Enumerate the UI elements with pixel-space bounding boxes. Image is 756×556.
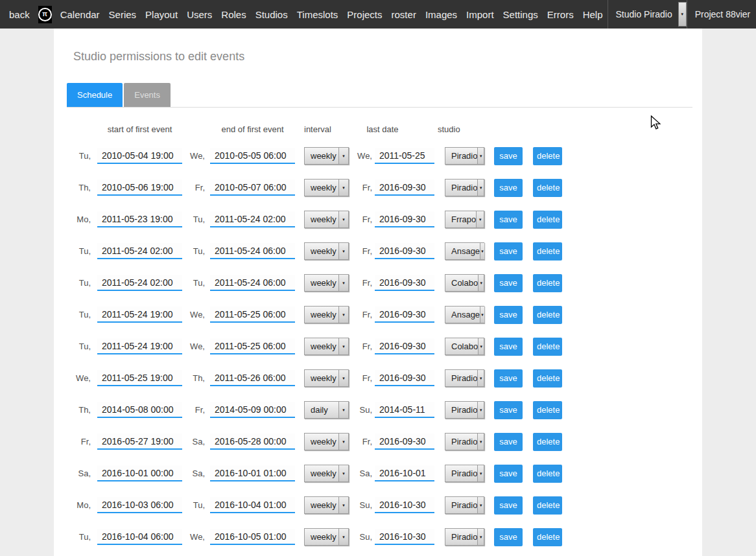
interval-select[interactable]: weekly ▼ (304, 496, 349, 514)
last-date-input[interactable] (375, 243, 434, 259)
interval-select[interactable]: weekly ▼ (304, 211, 349, 228)
end-datetime-input[interactable] (210, 338, 295, 354)
studio-select[interactable]: Piradio ▼ (445, 147, 484, 165)
nav-item-images[interactable]: Images (425, 9, 457, 20)
end-datetime-input[interactable] (210, 497, 295, 513)
chevron-down-icon[interactable]: ▼ (477, 148, 484, 164)
chevron-down-icon[interactable]: ▼ (480, 307, 484, 323)
start-datetime-input[interactable] (97, 211, 182, 227)
studio-select[interactable]: Colabo ▼ (445, 274, 484, 292)
start-datetime-input[interactable] (97, 497, 182, 513)
chevron-down-icon[interactable]: ▼ (338, 243, 348, 259)
end-datetime-input[interactable] (210, 148, 295, 164)
start-datetime-input[interactable] (97, 180, 182, 196)
delete-button[interactable]: delete (533, 211, 562, 229)
delete-button[interactable]: delete (533, 338, 562, 356)
end-datetime-input[interactable] (210, 307, 295, 323)
start-datetime-input[interactable] (97, 402, 182, 418)
chevron-down-icon[interactable]: ▼ (338, 211, 348, 227)
nav-item-calendar[interactable]: Calendar (60, 9, 100, 20)
nav-item-series[interactable]: Series (109, 9, 137, 20)
start-datetime-input[interactable] (97, 338, 182, 354)
delete-button[interactable]: delete (533, 242, 562, 261)
chevron-down-icon[interactable]: ▼ (338, 370, 348, 386)
delete-button[interactable]: delete (533, 496, 562, 515)
last-date-input[interactable] (375, 275, 434, 291)
delete-button[interactable]: delete (533, 369, 562, 388)
chevron-down-icon[interactable]: ▼ (338, 307, 348, 323)
end-datetime-input[interactable] (210, 434, 295, 450)
chevron-down-icon[interactable]: ▼ (338, 497, 348, 513)
chevron-down-icon[interactable]: ▼ (478, 338, 484, 354)
interval-select[interactable]: weekly ▼ (304, 433, 349, 450)
tab-schedule[interactable]: Schedule (67, 83, 123, 107)
chevron-down-icon[interactable]: ▼ (477, 180, 484, 196)
last-date-input[interactable] (375, 370, 434, 386)
chevron-down-icon[interactable]: ▼ (678, 2, 687, 27)
start-datetime-input[interactable] (97, 275, 182, 291)
chevron-down-icon[interactable]: ▼ (477, 434, 484, 450)
interval-select[interactable]: weekly ▼ (304, 338, 349, 355)
nav-item-errors[interactable]: Errors (547, 9, 574, 20)
start-datetime-input[interactable] (97, 243, 182, 259)
save-button[interactable]: save (494, 401, 523, 419)
interval-select[interactable]: weekly ▼ (304, 465, 349, 482)
chevron-down-icon[interactable]: ▼ (338, 180, 348, 196)
chevron-down-icon[interactable]: ▼ (477, 402, 484, 418)
nav-item-roles[interactable]: Roles (221, 9, 246, 20)
chevron-down-icon[interactable]: ▼ (480, 243, 484, 259)
interval-select[interactable]: daily ▼ (304, 401, 349, 419)
delete-button[interactable]: delete (533, 179, 562, 197)
end-datetime-input[interactable] (210, 211, 295, 227)
save-button[interactable]: save (494, 306, 523, 324)
chevron-down-icon[interactable]: ▼ (338, 402, 348, 418)
interval-select[interactable]: weekly ▼ (304, 147, 349, 165)
chevron-down-icon[interactable]: ▼ (338, 434, 348, 450)
save-button[interactable]: save (494, 433, 523, 451)
save-button[interactable]: save (494, 369, 523, 388)
studio-select[interactable]: Piradio ▼ (445, 401, 484, 419)
save-button[interactable]: save (494, 465, 523, 483)
studio-select[interactable]: Colabo ▼ (445, 338, 484, 355)
interval-select[interactable]: weekly ▼ (304, 528, 349, 546)
last-date-input[interactable] (375, 465, 434, 481)
last-date-input[interactable] (375, 338, 434, 354)
nav-item-users[interactable]: Users (187, 9, 212, 20)
chevron-down-icon[interactable]: ▼ (477, 529, 484, 545)
last-date-input[interactable] (375, 529, 434, 545)
delete-button[interactable]: delete (533, 306, 562, 324)
delete-button[interactable]: delete (533, 433, 562, 451)
chevron-down-icon[interactable]: ▼ (338, 338, 348, 354)
back-link[interactable]: back (9, 9, 30, 20)
nav-item-playout[interactable]: Playout (145, 9, 178, 20)
last-date-input[interactable] (375, 148, 434, 164)
end-datetime-input[interactable] (210, 370, 295, 386)
studio-select[interactable]: Piradio ▼ (445, 433, 484, 450)
delete-button[interactable]: delete (533, 274, 562, 292)
start-datetime-input[interactable] (97, 529, 182, 545)
chevron-down-icon[interactable]: ▼ (338, 465, 348, 481)
start-datetime-input[interactable] (97, 434, 182, 450)
studio-select[interactable]: Piradio ▼ (445, 465, 484, 482)
studio-select[interactable]: Ansage ▼ (445, 306, 484, 323)
end-datetime-input[interactable] (210, 180, 295, 196)
last-date-input[interactable] (375, 211, 434, 227)
studio-select[interactable]: Ansage ▼ (445, 242, 484, 260)
chevron-down-icon[interactable]: ▼ (338, 148, 348, 164)
end-datetime-input[interactable] (210, 465, 295, 481)
nav-item-import[interactable]: Import (466, 9, 494, 20)
delete-button[interactable]: delete (533, 465, 562, 483)
start-datetime-input[interactable] (97, 148, 182, 164)
studio-select[interactable]: Piradio ▼ (445, 179, 484, 196)
start-datetime-input[interactable] (97, 465, 182, 481)
end-datetime-input[interactable] (210, 243, 295, 259)
nav-item-help[interactable]: Help (583, 9, 603, 20)
project-select-nav[interactable]: Project 88vier ▼ (687, 0, 756, 29)
studio-select[interactable]: Piradio ▼ (445, 369, 484, 387)
interval-select[interactable]: weekly ▼ (304, 242, 349, 260)
last-date-input[interactable] (375, 402, 434, 418)
interval-select[interactable]: weekly ▼ (304, 306, 349, 323)
nav-item-roster[interactable]: roster (392, 9, 416, 20)
interval-select[interactable]: weekly ▼ (304, 274, 349, 292)
start-datetime-input[interactable] (97, 307, 182, 323)
